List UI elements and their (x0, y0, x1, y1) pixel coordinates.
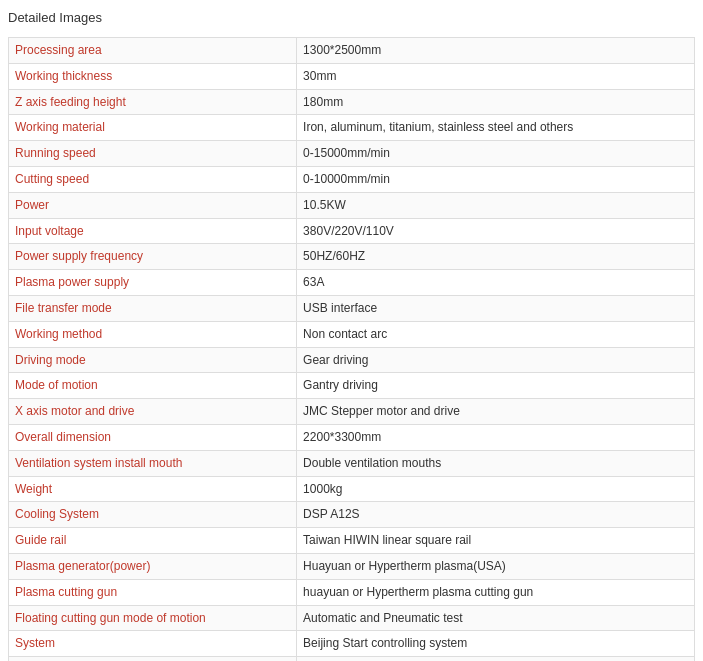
spec-label: Plasma generator(power) (9, 553, 297, 579)
table-row: Working methodNon contact arc (9, 321, 695, 347)
spec-label: Z axis feeding height (9, 89, 297, 115)
spec-value: 1300*2500mm (297, 38, 695, 64)
spec-label: System (9, 631, 297, 657)
spec-value: Taiwan HIWIN linear square rail (297, 528, 695, 554)
table-row: Plasma power supply63A (9, 270, 695, 296)
spec-label: Processing area (9, 38, 297, 64)
spec-label: Cutting speed (9, 166, 297, 192)
table-row: Power supply frequency50HZ/60HZ (9, 244, 695, 270)
spec-value: Gantry driving (297, 373, 695, 399)
spec-value: USB interface (297, 295, 695, 321)
table-row: Plasma cutting gunhuayuan or Hypertherm … (9, 579, 695, 605)
table-row: Processing area1300*2500mm (9, 38, 695, 64)
spec-value: 10.5KW (297, 192, 695, 218)
spec-label: Mode of motion (9, 373, 297, 399)
spec-value: Double ventilation mouths (297, 450, 695, 476)
spec-value: Beijing Start Floating adjustable block (297, 657, 695, 661)
spec-value: 1000kg (297, 476, 695, 502)
spec-label: Power supply frequency (9, 244, 297, 270)
spec-label: Floating cutting gun mode of motion (9, 605, 297, 631)
spec-label: Guide rail (9, 528, 297, 554)
spec-label: Working method (9, 321, 297, 347)
table-row: Floating cutting gun mode of motionAutom… (9, 605, 695, 631)
spec-value: Huayuan or Hypertherm plasma(USA) (297, 553, 695, 579)
table-row: File transfer modeUSB interface (9, 295, 695, 321)
spec-label: Working thickness (9, 63, 297, 89)
spec-value: 380V/220V/110V (297, 218, 695, 244)
spec-label: Power (9, 192, 297, 218)
spec-label: Driving mode (9, 347, 297, 373)
table-row: Weight1000kg (9, 476, 695, 502)
table-row: Mode of motionGantry driving (9, 373, 695, 399)
spec-label: Cooling System (9, 502, 297, 528)
spec-value: 50HZ/60HZ (297, 244, 695, 270)
table-row: Driving modeGear driving (9, 347, 695, 373)
spec-value: huayuan or Hypertherm plasma cutting gun (297, 579, 695, 605)
table-row: Z axis feeding height180mm (9, 89, 695, 115)
spec-value: 30mm (297, 63, 695, 89)
spec-value: Iron, aluminum, titanium, stainless stee… (297, 115, 695, 141)
spec-value: Gear driving (297, 347, 695, 373)
spec-value: 2200*3300mm (297, 424, 695, 450)
table-row: Cutting speed0-10000mm/min (9, 166, 695, 192)
spec-label: Input voltage (9, 218, 297, 244)
table-row: Floating adjustable blockBeijing Start F… (9, 657, 695, 661)
spec-value: JMC Stepper motor and drive (297, 399, 695, 425)
spec-label: Ventilation system install mouth (9, 450, 297, 476)
spec-label: Weight (9, 476, 297, 502)
spec-label: Plasma power supply (9, 270, 297, 296)
spec-label: Floating adjustable block (9, 657, 297, 661)
spec-value: 180mm (297, 89, 695, 115)
table-row: SystemBeijing Start controlling system (9, 631, 695, 657)
table-row: Running speed0-15000mm/min (9, 141, 695, 167)
table-row: Overall dimension2200*3300mm (9, 424, 695, 450)
spec-label: Overall dimension (9, 424, 297, 450)
table-row: Ventilation system install mouthDouble v… (9, 450, 695, 476)
table-row: Input voltage380V/220V/110V (9, 218, 695, 244)
page-wrapper: Detailed Images Processing area1300*2500… (0, 0, 703, 661)
table-row: Cooling SystemDSP A12S (9, 502, 695, 528)
page-title: Detailed Images (8, 10, 695, 25)
table-row: Power10.5KW (9, 192, 695, 218)
spec-value: Beijing Start controlling system (297, 631, 695, 657)
table-row: X axis motor and driveJMC Stepper motor … (9, 399, 695, 425)
spec-label: Running speed (9, 141, 297, 167)
table-row: Working materialIron, aluminum, titanium… (9, 115, 695, 141)
table-row: Working thickness30mm (9, 63, 695, 89)
spec-value: Automatic and Pneumatic test (297, 605, 695, 631)
spec-value: 0-15000mm/min (297, 141, 695, 167)
spec-label: Working material (9, 115, 297, 141)
specs-table: Processing area1300*2500mmWorking thickn… (8, 37, 695, 661)
spec-label: File transfer mode (9, 295, 297, 321)
spec-value: 0-10000mm/min (297, 166, 695, 192)
spec-value: Non contact arc (297, 321, 695, 347)
spec-value: DSP A12S (297, 502, 695, 528)
spec-value: 63A (297, 270, 695, 296)
table-row: Plasma generator(power)Huayuan or Hypert… (9, 553, 695, 579)
table-row: Guide railTaiwan HIWIN linear square rai… (9, 528, 695, 554)
table-container: Processing area1300*2500mmWorking thickn… (8, 37, 695, 661)
spec-label: X axis motor and drive (9, 399, 297, 425)
spec-label: Plasma cutting gun (9, 579, 297, 605)
